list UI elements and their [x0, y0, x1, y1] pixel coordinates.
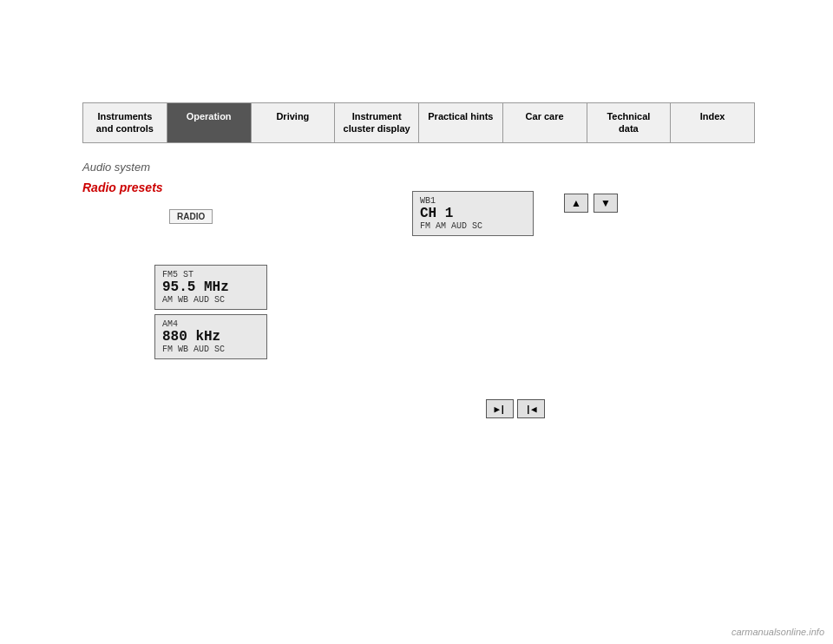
forward-button[interactable]: ▶|	[486, 399, 514, 418]
nav-label-practical-hints: Practical hints	[428, 111, 493, 122]
nav-label-index: Index	[700, 111, 725, 122]
wb-display-line3: FM AM AUD SC	[420, 221, 526, 231]
wb-display-line2: CH 1	[420, 206, 526, 221]
fm-display-line1: FM5 ST	[162, 270, 259, 279]
nav-item-instruments[interactable]: Instrumentsand controls	[83, 103, 167, 142]
fm-display-line2: 95.5 MHz	[162, 279, 259, 295]
nav-label-technical-data: Technicaldata	[607, 111, 650, 134]
nav-item-practical-hints[interactable]: Practical hints	[419, 103, 503, 142]
nav-label-driving: Driving	[276, 111, 309, 122]
back-button[interactable]: |◀	[517, 399, 545, 418]
nav-label-instruments: Instrumentsand controls	[96, 111, 154, 134]
nav-item-operation[interactable]: Operation	[167, 103, 252, 142]
arrow-down-button[interactable]: ▼	[594, 194, 618, 213]
am-display: AM4 880 kHz FM WB AUD SC	[154, 314, 267, 359]
nav-item-instrument-cluster[interactable]: Instrumentcluster display	[335, 103, 419, 142]
arrow-up-button[interactable]: ▲	[564, 194, 588, 213]
nav-item-index[interactable]: Index	[671, 103, 754, 142]
fm-display: FM5 ST 95.5 MHz AM WB AUD SC	[154, 265, 267, 310]
nav-item-car-care[interactable]: Car care	[503, 103, 587, 142]
fm-display-line3: AM WB AUD SC	[162, 295, 259, 305]
wb-display-line1: WB1	[420, 196, 526, 206]
am-display-line1: AM4	[162, 319, 259, 329]
watermark: carmanualsonline.info	[731, 627, 824, 637]
arrow-buttons-fwdback: ▶| |◀	[486, 399, 545, 418]
nav-label-instrument-cluster: Instrumentcluster display	[344, 111, 410, 134]
arrow-up-icon: ▲	[571, 197, 581, 209]
back-icon: |◀	[525, 404, 536, 415]
nav-label-operation: Operation	[187, 111, 232, 122]
wb-display: WB1 CH 1 FM AM AUD SC	[412, 191, 534, 236]
section-title: Audio system	[82, 161, 755, 174]
nav-item-driving[interactable]: Driving	[252, 103, 336, 142]
nav-label-car-care: Car care	[526, 111, 564, 122]
radio-button-label: RADIO	[169, 209, 213, 224]
am-display-line3: FM WB AUD SC	[162, 345, 259, 354]
arrow-down-icon: ▼	[600, 197, 611, 209]
am-display-line2: 880 kHz	[162, 329, 259, 345]
nav-item-technical-data[interactable]: Technicaldata	[587, 103, 672, 142]
arrow-buttons-updown: ▲ ▼	[564, 194, 618, 213]
navigation-bar: Instrumentsand controls Operation Drivin…	[82, 102, 755, 143]
forward-icon: ▶|	[494, 404, 505, 415]
